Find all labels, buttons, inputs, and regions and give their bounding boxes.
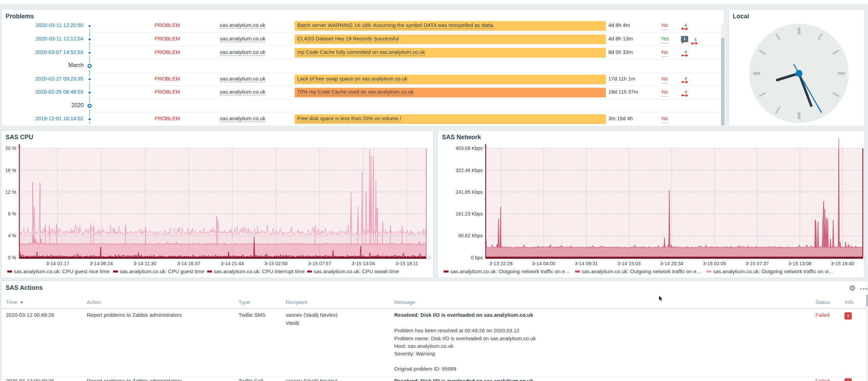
svg-text:16 %: 16 % — [5, 168, 16, 173]
svg-text:4 %: 4 % — [8, 233, 16, 238]
svg-text:3-14 06:24: 3-14 06:24 — [90, 261, 113, 266]
svg-text:3-15 02:50: 3-15 02:50 — [265, 261, 288, 266]
svg-text:3-13 22:28: 3-13 22:28 — [489, 261, 513, 266]
svg-text:sas.analytium.co.uk: Outgoing: sas.analytium.co.uk: Outgoing network tr… — [450, 268, 570, 274]
svg-text:sas.analytium.co.uk: CPU iowai: sas.analytium.co.uk: CPU iowait time — [314, 268, 399, 274]
svg-text:3-15 07:57: 3-15 07:57 — [308, 261, 331, 266]
svg-text:3-15 02:05: 3-15 02:05 — [703, 261, 726, 266]
svg-text:sas.analytium.co.uk: Outgoing: sas.analytium.co.uk: Outgoing network tr… — [713, 268, 834, 274]
svg-text:322.46 Kbps: 322.46 Kbps — [455, 168, 483, 173]
svg-text:3-14 21:44: 3-14 21:44 — [221, 261, 244, 266]
svg-text:3-15 18:11: 3-15 18:11 — [396, 261, 418, 266]
svg-text:80.62 Kbps: 80.62 Kbps — [458, 233, 483, 238]
svg-text:3-14 01:17: 3-14 01:17 — [46, 261, 69, 266]
svg-text:3-14 09:31: 3-14 09:31 — [575, 261, 598, 266]
svg-text:3-14 11:30: 3-14 11:30 — [133, 261, 156, 266]
svg-text:3-15 07:37: 3-15 07:37 — [746, 261, 769, 266]
svg-text:8 %: 8 % — [8, 211, 16, 217]
svg-text:sas.analytium.co.uk: Outgoing: sas.analytium.co.uk: Outgoing network tr… — [582, 268, 702, 274]
svg-text:sas.analytium.co.uk: CPU inter: sas.analytium.co.uk: CPU interrupt time — [214, 268, 305, 274]
svg-text:161.23 Kbps: 161.23 Kbps — [455, 211, 483, 217]
svg-text:241.85 Kbps: 241.85 Kbps — [455, 189, 483, 195]
svg-text:3-14 15:03: 3-14 15:03 — [618, 261, 641, 266]
svg-text:3-14 16:37: 3-14 16:37 — [177, 261, 200, 266]
svg-text:3-14 04:00: 3-14 04:00 — [532, 261, 555, 266]
svg-text:sas.analytium.co.uk: CPU guest: sas.analytium.co.uk: CPU guest nice time — [14, 268, 110, 274]
svg-text:sas.analytium.co.uk: CPU guest: sas.analytium.co.uk: CPU guest time — [120, 268, 204, 274]
svg-text:0 %: 0 % — [8, 255, 16, 260]
svg-text:3-15 18:40: 3-15 18:40 — [831, 261, 854, 266]
svg-text:3-14 20:34: 3-14 20:34 — [660, 261, 683, 266]
svg-text:12 %: 12 % — [5, 189, 16, 195]
svg-text:0 bps: 0 bps — [471, 255, 483, 260]
svg-text:3-15 13:08: 3-15 13:08 — [788, 261, 812, 266]
svg-text:3-15 13:04: 3-15 13:04 — [352, 261, 375, 266]
svg-text:20 %: 20 % — [5, 145, 16, 151]
svg-text:403.08 Kbps: 403.08 Kbps — [455, 145, 483, 151]
